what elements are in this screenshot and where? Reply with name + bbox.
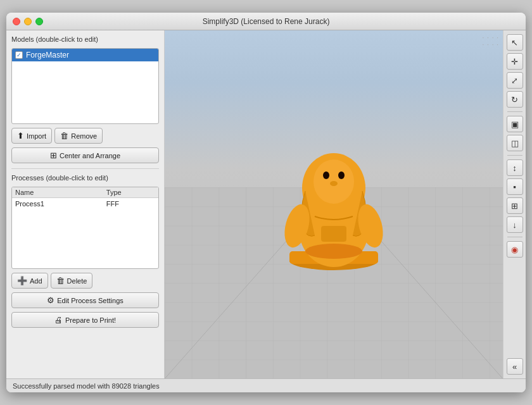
view-solid-button[interactable]: ▣ [507,116,523,132]
titlebar: Simplify3D (Licensed to Rene Jurack) [6,13,526,30]
process-row[interactable]: Process1 FFF [12,198,158,210]
toolbar-separator-1 [507,111,522,112]
traffic-lights [13,18,43,25]
processes-actions: ➕ Add 🗑 Delete [11,273,159,289]
model-name: ForgeMaster [26,51,69,59]
axis-z-button[interactable]: ↕ [507,159,523,176]
axis-down-button[interactable]: ↓ [507,216,523,233]
import-button[interactable]: ⬆ Import [11,128,52,144]
prepare-to-print-button[interactable]: 🖨 Prepare to Print! [11,312,159,328]
left-panel: Models (double-click to edit) ForgeMaste… [6,30,165,378]
remove-button[interactable]: 🗑 Remove [54,128,103,144]
remove-icon: 🗑 [60,131,68,140]
status-bar: Successfully parsed model with 89028 tri… [6,378,526,392]
process-type: FFF [103,198,158,210]
close-button[interactable] [13,18,20,25]
toolbar-separator-2 [507,155,522,156]
svg-point-14 [305,244,362,259]
viewport-3d[interactable]: · · · ·· · · · [165,30,503,378]
models-section-label: Models (double-click to edit) [11,35,159,43]
3d-model-forgemaster [270,128,397,267]
add-icon: ➕ [17,276,27,285]
minimize-button[interactable] [24,18,32,25]
svg-point-10 [338,171,345,179]
center-icon: ⊞ [50,151,57,160]
delete-icon: 🗑 [56,276,65,285]
col-type: Type [103,187,158,198]
view-iso-button[interactable]: ⊞ [507,197,523,214]
main-content: Models (double-click to edit) ForgeMaste… [6,30,526,378]
processes-table: Name Type Process1 FFF [12,187,158,209]
model-item[interactable]: ForgeMaster [12,49,158,61]
processes-list: Name Type Process1 FFF [11,187,159,269]
viewport-drag-handle: · · · ·· · · · [483,34,499,48]
col-name: Name [12,187,103,198]
process-name: Process1 [12,198,103,210]
view-red-button[interactable]: ◉ [507,241,523,258]
window-title: Simplify3D (Licensed to Rene Jurack) [203,17,330,26]
prepare-icon: 🖨 [54,315,63,325]
status-message: Successfully parsed model with 89028 tri… [13,382,160,390]
scale-tool-button[interactable]: ⤢ [507,72,523,89]
processes-section-label: Processes (double-click to edit) [11,174,159,182]
view-box-button[interactable]: ▪ [507,178,523,195]
import-icon: ⬆ [17,131,24,140]
select-tool-button[interactable]: ↖ [507,34,523,51]
scroll-down-button[interactable]: « [507,358,523,375]
toolbar-separator-3 [507,237,522,237]
models-list: ForgeMaster [11,48,159,124]
add-process-button[interactable]: ➕ Add [11,273,48,289]
section-divider [11,168,159,169]
delete-process-button[interactable]: 🗑 Delete [51,273,93,289]
center-arrange-button[interactable]: ⊞ Center and Arrange [11,147,159,163]
main-window: Simplify3D (Licensed to Rene Jurack) Mod… [6,13,526,392]
edit-process-icon: ⚙ [47,296,54,305]
maximize-button[interactable] [35,18,43,25]
svg-point-9 [323,171,329,179]
view-wireframe-button[interactable]: ◫ [507,135,523,151]
edit-process-settings-button[interactable]: ⚙ Edit Process Settings [11,292,159,308]
right-toolbar: ↖ ✛ ⤢ ↻ ▣ ◫ ↕ ▪ ⊞ ↓ ◉ « [503,30,526,378]
models-actions: ⬆ Import 🗑 Remove [11,128,159,144]
svg-point-11 [330,181,338,186]
rotate-tool-button[interactable]: ↻ [507,91,523,108]
model-checkbox[interactable] [15,51,23,59]
move-tool-button[interactable]: ✛ [507,53,523,70]
svg-rect-15 [321,226,346,242]
